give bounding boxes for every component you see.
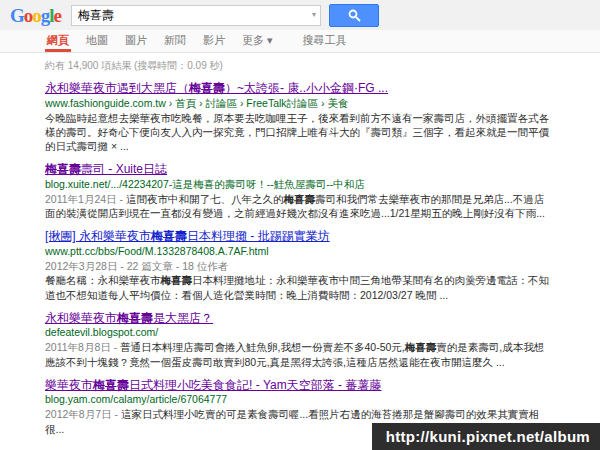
search-icon (348, 9, 361, 22)
google-header: Google ▾ (0, 0, 600, 30)
tab-maps[interactable]: 地圖 (84, 30, 110, 52)
logo-letter: G (10, 5, 24, 26)
result-snippet: 2011年1月24日 - 這間夜市中和開了七、八年之久的梅喜壽壽司和我們常去樂華… (45, 192, 552, 221)
result-title-link[interactable]: 樂華夜市梅喜壽日式料理小吃美食食記! - Yam天空部落 - 蕃薯藤 (45, 378, 552, 394)
logo-letter: o (32, 5, 41, 26)
result-snippet: 今晚臨時起意想去樂華夜市吃晚餐，原本要去吃咖哩王子，後來看到前方不遠有一家壽司店… (45, 111, 552, 154)
tabs-list: 網頁地圖圖片新聞影片更多 ▾ (45, 30, 288, 52)
result-snippet: 餐廳名稱：永和樂華夜市梅喜壽日本料理攤地址：永和樂華夜市中間三角地帶某間有名的肉… (45, 273, 552, 302)
result-title-link[interactable]: 永和樂華夜市梅喜壽是大黑店？ (45, 311, 552, 327)
logo-letter: o (24, 5, 33, 26)
result-url: defeatevil.blogspot.com/ (45, 326, 552, 340)
search-form: ▾ (71, 4, 379, 27)
tab-images[interactable]: 圖片 (123, 30, 149, 52)
result-url: blog.xuite.net/.../42234207-這是梅喜的壽司呀！--鮭… (45, 178, 552, 192)
tab-news[interactable]: 新聞 (162, 30, 188, 52)
search-box: ▾ (71, 5, 321, 26)
result-meta: 2012年3月28日 - 22 篇文章 - 18 位作者 (45, 259, 552, 273)
tab-web[interactable]: 網頁 (45, 30, 71, 52)
result-url: blog.yam.com/calamy/article/67064777 (45, 393, 552, 407)
google-logo[interactable]: Google (10, 6, 61, 25)
result-title-link[interactable]: [揪團] 永和樂華夜市梅喜壽日本料理攤 - 批踢踢實業坊 (45, 229, 552, 245)
tab-more[interactable]: 更多 ▾ (240, 30, 275, 52)
search-dropdown-icon[interactable]: ▾ (312, 11, 316, 19)
logo-letter: e (54, 5, 61, 26)
result-stats: 約有 14,900 項結果 (搜尋時間：0.09 秒) (45, 59, 600, 73)
result-snippet: 2011年8月8日 - 普通日本料理店壽司會捲入鮭魚卵,我想一份賣差不多40-5… (45, 340, 552, 369)
search-result: 永和樂華夜市梅喜壽是大黑店？defeatevil.blogspot.com/20… (45, 311, 552, 369)
search-result: [揪團] 永和樂華夜市梅喜壽日本料理攤 - 批踢踢實業坊www.ptt.cc/b… (45, 229, 552, 301)
search-input[interactable] (71, 5, 321, 26)
search-result: 梅喜壽壽司 - Xuite日誌blog.xuite.net/.../422342… (45, 162, 552, 220)
search-tools-button[interactable]: 搜尋工具 (301, 30, 349, 52)
search-button[interactable] (329, 4, 379, 27)
result-url: www.ptt.cc/bbs/Food/M.1332878408.A.7AF.h… (45, 245, 552, 259)
watermark: http://kuni.pixnet.net/album (372, 423, 600, 450)
logo-letter: g (41, 5, 50, 26)
result-title-link[interactable]: 梅喜壽壽司 - Xuite日誌 (45, 162, 552, 178)
results-list: 永和樂華夜市遇到大黑店（梅喜壽）~太誇張- 康..小小金鋼·FG ...www.… (45, 81, 552, 436)
result-title-link[interactable]: 永和樂華夜市遇到大黑店（梅喜壽）~太誇張- 康..小小金鋼·FG ... (45, 81, 552, 97)
result-url: www.fashionguide.com.tw › 首頁 › 討論區 › Fre… (45, 97, 552, 111)
tab-videos[interactable]: 影片 (201, 30, 227, 52)
search-result: 永和樂華夜市遇到大黑店（梅喜壽）~太誇張- 康..小小金鋼·FG ...www.… (45, 81, 552, 153)
serp-tabs-bar: 網頁地圖圖片新聞影片更多 ▾ 搜尋工具 (0, 30, 600, 53)
